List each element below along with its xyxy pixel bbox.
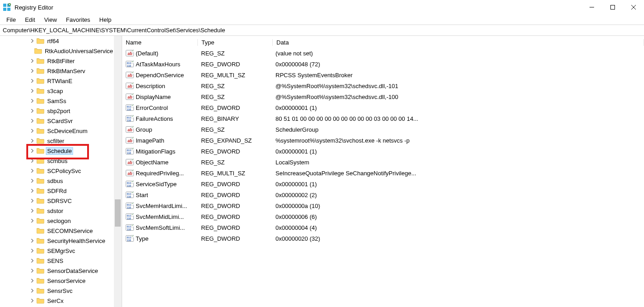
chevron-right-icon[interactable] bbox=[29, 99, 35, 103]
tree-item-semgrsvc[interactable]: SEMgrSvc bbox=[0, 246, 114, 256]
value-data: LocalSystem bbox=[272, 159, 644, 166]
close-button[interactable] bbox=[623, 0, 644, 15]
chevron-right-icon[interactable] bbox=[29, 89, 35, 93]
tree-item-sens[interactable]: SENS bbox=[0, 256, 114, 266]
value-data: 0x00000001 (1) bbox=[272, 181, 644, 188]
chevron-right-icon[interactable] bbox=[29, 159, 35, 163]
chevron-right-icon[interactable] bbox=[29, 219, 35, 223]
chevron-right-icon[interactable] bbox=[29, 39, 35, 43]
chevron-right-icon[interactable] bbox=[29, 279, 35, 282]
column-type[interactable]: Type bbox=[198, 39, 273, 46]
tree-item-sbp2port[interactable]: sbp2port bbox=[0, 106, 114, 116]
menu-edit[interactable]: Edit bbox=[21, 15, 39, 24]
tree-item-scpolicysvc[interactable]: SCPolicySvc bbox=[0, 166, 114, 176]
value-row[interactable]: 011110ErrorControlREG_DWORD0x00000001 (1… bbox=[122, 102, 644, 113]
chevron-right-icon[interactable] bbox=[29, 239, 35, 243]
chevron-right-icon[interactable] bbox=[29, 119, 35, 123]
value-row[interactable]: abRequiredPrivileg...REG_MULTI_SZSeIncre… bbox=[122, 168, 644, 178]
chevron-right-icon[interactable] bbox=[29, 249, 35, 253]
value-type: REG_SZ bbox=[197, 83, 272, 89]
chevron-right-icon[interactable] bbox=[29, 69, 35, 73]
tree-item-sensordataservice[interactable]: SensorDataService bbox=[0, 266, 114, 276]
tree-item-sdstor[interactable]: sdstor bbox=[0, 206, 114, 216]
tree-scrollbar[interactable] bbox=[114, 36, 122, 307]
tree-item-sdfrd[interactable]: SDFRd bbox=[0, 186, 114, 196]
menu-help[interactable]: Help bbox=[96, 15, 115, 24]
tree-item-sdrsvc[interactable]: SDRSVC bbox=[0, 196, 114, 206]
value-row[interactable]: 011110TypeREG_DWORD0x00000020 (32) bbox=[122, 233, 644, 244]
svg-text:110: 110 bbox=[127, 195, 131, 198]
value-row[interactable]: 011110SvcMemMidLimi...REG_DWORD0x0000000… bbox=[122, 211, 644, 222]
value-row[interactable]: 011110AtTaskMaxHoursREG_DWORD0x00000048 … bbox=[122, 59, 644, 69]
value-data: @%SystemRoot%\system32\schedsvc.dll,-100 bbox=[272, 94, 644, 100]
chevron-right-icon[interactable] bbox=[29, 289, 35, 292]
chevron-right-icon[interactable] bbox=[29, 149, 35, 153]
tree-item-rtf64[interactable]: rtf64 bbox=[0, 36, 114, 46]
tree-item-samss[interactable]: SamSs bbox=[0, 96, 114, 106]
tree-item-sensorservice[interactable]: SensorService bbox=[0, 276, 114, 286]
tree-item-s3cap[interactable]: s3cap bbox=[0, 86, 114, 96]
chevron-right-icon[interactable] bbox=[29, 169, 35, 173]
chevron-right-icon[interactable] bbox=[29, 179, 35, 183]
svg-rect-69 bbox=[131, 235, 134, 238]
tree-item-sdbus[interactable]: sdbus bbox=[0, 176, 114, 186]
value-row[interactable]: abDependOnServiceREG_MULTI_SZRPCSS Syste… bbox=[122, 69, 644, 80]
folder-icon bbox=[36, 257, 44, 264]
tree-item-rtkbtfilter[interactable]: RtkBtFilter bbox=[0, 56, 114, 66]
chevron-right-icon[interactable] bbox=[29, 189, 35, 193]
chevron-right-icon[interactable] bbox=[29, 299, 35, 302]
tree-item-label: SDRSVC bbox=[46, 198, 73, 204]
chevron-right-icon[interactable] bbox=[29, 129, 35, 133]
folder-icon bbox=[36, 127, 44, 134]
tree-item-secomnservice[interactable]: SECOMNService bbox=[0, 226, 114, 236]
value-type: REG_BINARY bbox=[197, 115, 272, 122]
value-type: REG_DWORD bbox=[197, 148, 272, 155]
tree-item-rtwlane[interactable]: RTWlanE bbox=[0, 76, 114, 86]
value-row[interactable]: abDisplayNameREG_SZ@%SystemRoot%\system3… bbox=[122, 91, 644, 102]
menu-favorites[interactable]: Favorites bbox=[62, 15, 93, 24]
value-row[interactable]: 011110FailureActionsREG_BINARY80 51 01 0… bbox=[122, 113, 644, 124]
tree-item-scdeviceenum[interactable]: ScDeviceEnum bbox=[0, 126, 114, 136]
value-row[interactable]: ab(Default)REG_SZ(value not set) bbox=[122, 48, 644, 59]
chevron-right-icon[interactable] bbox=[29, 109, 35, 113]
value-row[interactable]: 011110MitigationFlagsREG_DWORD0x00000001… bbox=[122, 146, 644, 157]
tree-item-label: sbp2port bbox=[46, 108, 71, 114]
chevron-right-icon[interactable] bbox=[29, 209, 35, 213]
maximize-button[interactable] bbox=[602, 0, 623, 15]
tree-item-sercx[interactable]: SerCx bbox=[0, 296, 114, 306]
tree-item-sensrsvc[interactable]: SensrSvc bbox=[0, 286, 114, 296]
menu-view[interactable]: View bbox=[40, 15, 60, 24]
value-row[interactable]: abImagePathREG_EXPAND_SZ%systemroot%\sys… bbox=[122, 135, 644, 146]
value-row[interactable]: 011110SvcMemHardLimi...REG_DWORD0x000000… bbox=[122, 200, 644, 211]
tree-item-scardsvr[interactable]: SCardSvr bbox=[0, 116, 114, 126]
chevron-right-icon[interactable] bbox=[29, 199, 35, 203]
tree-item-seclogon[interactable]: seclogon bbox=[0, 216, 114, 226]
value-name: Start bbox=[136, 192, 148, 198]
value-row[interactable]: abGroupREG_SZSchedulerGroup bbox=[122, 124, 644, 135]
chevron-right-icon[interactable] bbox=[29, 259, 35, 262]
minimize-button[interactable] bbox=[581, 0, 602, 15]
chevron-right-icon[interactable] bbox=[29, 79, 35, 83]
value-row[interactable]: 011110SvcMemSoftLimi...REG_DWORD0x000000… bbox=[122, 222, 644, 233]
tree-item-rtkbtmanserv[interactable]: RtkBtManServ bbox=[0, 66, 114, 76]
value-data: 80 51 01 00 00 00 00 00 00 00 00 00 03 0… bbox=[272, 115, 644, 122]
chevron-right-icon[interactable] bbox=[29, 59, 35, 63]
chevron-right-icon[interactable] bbox=[29, 269, 35, 272]
chevron-right-icon[interactable] bbox=[29, 139, 35, 143]
tree-item-scmbus[interactable]: scmbus bbox=[0, 156, 114, 166]
tree-item-securityhealthservice[interactable]: SecurityHealthService bbox=[0, 236, 114, 246]
tree-item-label: s3cap bbox=[46, 88, 64, 94]
value-row[interactable]: 011110StartREG_DWORD0x00000002 (2) bbox=[122, 189, 644, 200]
value-row[interactable]: 011110ServiceSidTypeREG_DWORD0x00000001 … bbox=[122, 178, 644, 189]
value-row[interactable]: abObjectNameREG_SZLocalSystem bbox=[122, 157, 644, 168]
value-type: REG_DWORD bbox=[197, 235, 272, 242]
value-type: REG_SZ bbox=[197, 126, 272, 133]
tree-item-rtkaudiouniversalservice[interactable]: RtkAudioUniversalService bbox=[0, 46, 114, 56]
value-row[interactable]: abDescriptionREG_SZ@%SystemRoot%\system3… bbox=[122, 80, 644, 91]
menu-file[interactable]: File bbox=[3, 15, 20, 24]
tree-item-schedule[interactable]: Schedule bbox=[0, 146, 114, 156]
column-name[interactable]: Name bbox=[122, 39, 198, 46]
column-data[interactable]: Data bbox=[273, 39, 644, 46]
address-bar[interactable]: Computer\HKEY_LOCAL_MACHINE\SYSTEM\Curre… bbox=[0, 25, 644, 36]
tree-item-scfilter[interactable]: scfilter bbox=[0, 136, 114, 146]
